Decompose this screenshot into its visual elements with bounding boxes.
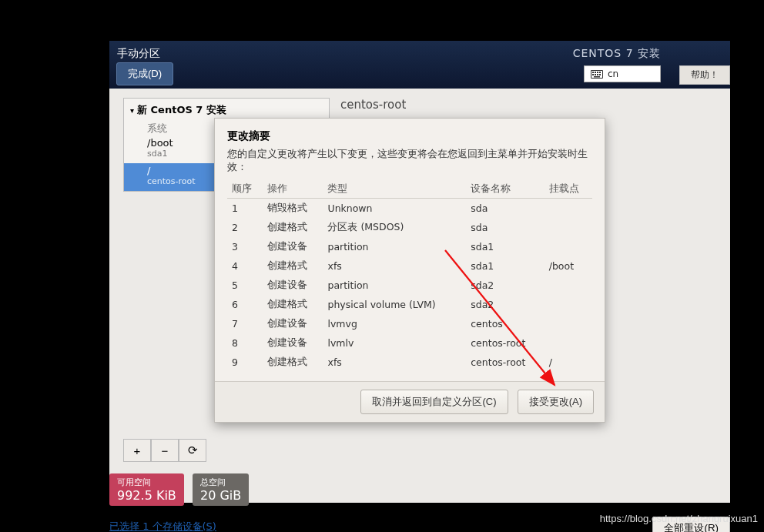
cell-mount	[545, 333, 592, 353]
cell-device: sda	[466, 199, 544, 219]
cell-device: sda2	[466, 276, 544, 295]
summary-dialog: 更改摘要 您的自定义更改将产生以下变更，这些变更将会在您返回到主菜单并开始安装时…	[214, 118, 605, 423]
brand-label: CENTOS 7 安装	[573, 47, 661, 61]
cell-order: 5	[227, 276, 263, 295]
cell-operation: 创建格式	[263, 353, 323, 372]
page-title: 手动分区	[117, 47, 160, 61]
cell-mount	[545, 237, 592, 256]
svg-rect-8	[597, 74, 598, 75]
cell-type: partition	[323, 237, 466, 256]
table-row[interactable]: 9创建格式xfscentos-root/	[227, 353, 592, 372]
cell-device: sda1	[466, 256, 544, 276]
capacity-total-label: 总空间	[200, 477, 241, 488]
col-device-name[interactable]: 设备名称	[466, 180, 544, 199]
svg-rect-5	[599, 72, 601, 73]
table-row[interactable]: 1销毁格式Unknownsda	[227, 199, 592, 219]
cell-mount	[545, 199, 592, 219]
watermark: https://blog.csdn.net/zhangruixuan1	[600, 513, 758, 524]
table-row[interactable]: 2创建格式分区表 (MSDOS)sda	[227, 218, 592, 237]
cell-operation: 创建格式	[263, 218, 323, 237]
capacity-available-value: 992.5 KiB	[117, 488, 176, 503]
col-type[interactable]: 类型	[323, 180, 466, 199]
cell-mount: /boot	[545, 256, 592, 276]
cell-operation: 创建格式	[263, 295, 323, 314]
cell-device: sda	[466, 218, 544, 237]
cell-device: centos-root	[466, 353, 544, 372]
cell-operation: 销毁格式	[263, 199, 323, 219]
capacity-available-label: 可用空间	[117, 477, 176, 488]
svg-rect-2	[592, 72, 594, 73]
accept-button[interactable]: 接受更改(A)	[518, 390, 594, 414]
help-button[interactable]: 帮助！	[679, 65, 730, 85]
mountpoint-toolbar: + − ⟳	[123, 439, 206, 462]
cell-type: xfs	[323, 256, 466, 276]
cell-device: centos-root	[466, 333, 544, 353]
col-order[interactable]: 顺序	[227, 180, 263, 199]
svg-rect-4	[597, 72, 598, 73]
svg-rect-6	[592, 74, 594, 75]
dialog-description: 您的自定义更改将产生以下变更，这些变更将会在您返回到主菜单并开始安装时生效：	[227, 148, 592, 174]
svg-rect-7	[595, 74, 596, 75]
changes-table: 顺序 操作 类型 设备名称 挂载点 1销毁格式Unknownsda2创建格式分区…	[227, 180, 592, 372]
cell-order: 4	[227, 256, 263, 276]
cell-mount	[545, 218, 592, 237]
capacity-available: 可用空间 992.5 KiB	[109, 473, 184, 506]
cell-operation: 创建设备	[263, 237, 323, 256]
table-row[interactable]: 7创建设备lvmvgcentos	[227, 314, 592, 333]
cell-device: sda2	[466, 295, 544, 314]
tree-root-label: 新 CentOS 7 安装	[137, 103, 226, 117]
cell-type: lvmlv	[323, 333, 466, 353]
remove-mountpoint-button[interactable]: −	[151, 439, 179, 462]
cell-type: partition	[323, 276, 466, 295]
keyboard-indicator[interactable]: cn	[584, 65, 661, 82]
cell-order: 6	[227, 295, 263, 314]
cell-operation: 创建设备	[263, 314, 323, 333]
cell-type: Unknown	[323, 199, 466, 219]
cell-operation: 创建设备	[263, 276, 323, 295]
cell-mount: /	[545, 353, 592, 372]
storage-devices-link[interactable]: 已选择 1 个存储设备(S)	[109, 520, 216, 532]
svg-rect-9	[599, 74, 601, 75]
cell-operation: 创建设备	[263, 333, 323, 353]
add-mountpoint-button[interactable]: +	[123, 439, 151, 462]
col-operation[interactable]: 操作	[263, 180, 323, 199]
table-row[interactable]: 3创建设备partitionsda1	[227, 237, 592, 256]
keyboard-icon	[591, 70, 603, 79]
cell-order: 1	[227, 199, 263, 219]
cell-mount	[545, 295, 592, 314]
header-bar: 手动分区 完成(D) CENTOS 7 安装 cn 帮助！	[109, 41, 730, 89]
svg-rect-10	[594, 76, 600, 78]
done-button[interactable]: 完成(D)	[116, 62, 173, 85]
table-row[interactable]: 8创建设备lvmlvcentos-root	[227, 333, 592, 353]
details-title: centos-root	[340, 98, 716, 112]
cell-order: 9	[227, 353, 263, 372]
cell-order: 7	[227, 314, 263, 333]
col-mountpoint[interactable]: 挂载点	[545, 180, 592, 199]
cell-type: 分区表 (MSDOS)	[323, 218, 466, 237]
cell-order: 3	[227, 237, 263, 256]
cell-type: lvmvg	[323, 314, 466, 333]
cell-mount	[545, 314, 592, 333]
capacity-total-value: 20 GiB	[200, 488, 241, 503]
cell-type: physical volume (LVM)	[323, 295, 466, 314]
cell-device: sda1	[466, 237, 544, 256]
capacity-total: 总空间 20 GiB	[193, 473, 249, 506]
table-row[interactable]: 4创建格式xfssda1/boot	[227, 256, 592, 276]
cell-operation: 创建格式	[263, 256, 323, 276]
cancel-button[interactable]: 取消并返回到自定义分区(C)	[360, 390, 508, 414]
keyboard-layout-label: cn	[608, 69, 618, 79]
cell-order: 8	[227, 333, 263, 353]
cell-mount	[545, 276, 592, 295]
table-row[interactable]: 5创建设备partitionsda2	[227, 276, 592, 295]
reload-button[interactable]: ⟳	[179, 439, 206, 462]
cell-device: centos	[466, 314, 544, 333]
dialog-actions: 取消并返回到自定义分区(C) 接受更改(A)	[215, 381, 605, 422]
cell-order: 2	[227, 218, 263, 237]
chevron-down-icon: ▾	[130, 106, 134, 115]
cell-type: xfs	[323, 353, 466, 372]
table-row[interactable]: 6创建格式physical volume (LVM)sda2	[227, 295, 592, 314]
svg-rect-3	[595, 72, 596, 73]
dialog-title: 更改摘要	[227, 129, 592, 143]
